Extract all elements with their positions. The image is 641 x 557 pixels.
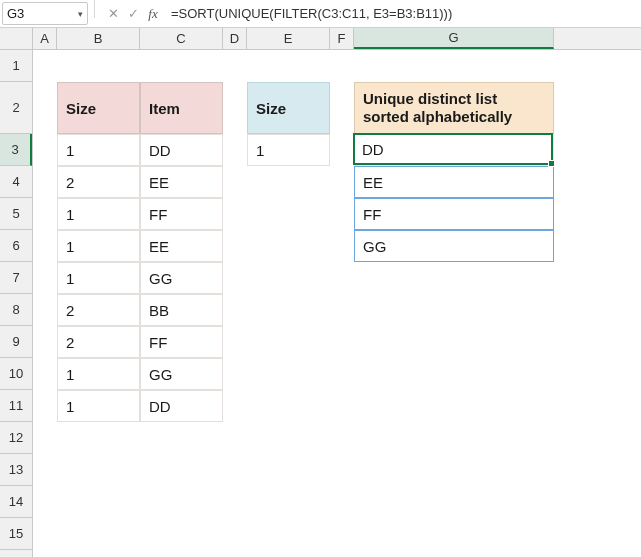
col-header-G[interactable]: G [354, 28, 554, 49]
formula-bar: G3 ▾ ✕ ✓ fx =SORT(UNIQUE(FILTER(C3:C11, … [0, 0, 641, 28]
col-header-E[interactable]: E [247, 28, 330, 49]
row-header-12[interactable]: 12 [0, 422, 32, 454]
col-header-C[interactable]: C [140, 28, 223, 49]
cell-G6[interactable]: GG [354, 230, 554, 262]
cell-C11[interactable]: DD [140, 390, 223, 422]
row-header-6[interactable]: 6 [0, 230, 32, 262]
cell-G5[interactable]: FF [354, 198, 554, 230]
row-header-9[interactable]: 9 [0, 326, 32, 358]
cell-B10[interactable]: 1 [57, 358, 140, 390]
cell-B11[interactable]: 1 [57, 390, 140, 422]
separator [94, 0, 95, 18]
header-item[interactable]: Item [140, 82, 223, 134]
cell-B3[interactable]: 1 [57, 134, 140, 166]
spreadsheet-app: G3 ▾ ✕ ✓ fx =SORT(UNIQUE(FILTER(C3:C11, … [0, 0, 641, 557]
cell-C7[interactable]: GG [140, 262, 223, 294]
formula-controls: ✕ ✓ fx [101, 0, 165, 27]
header-size-b[interactable]: Size [57, 82, 140, 134]
name-box-value: G3 [7, 6, 24, 21]
row-headers: 12345678910111213141516 [0, 50, 33, 557]
cell-G3[interactable]: DD [354, 134, 554, 166]
cell-C9[interactable]: FF [140, 326, 223, 358]
cell-B6[interactable]: 1 [57, 230, 140, 262]
cell-B9[interactable]: 2 [57, 326, 140, 358]
cell-C5[interactable]: FF [140, 198, 223, 230]
row-header-7[interactable]: 7 [0, 262, 32, 294]
column-headers: ABCDEFG [33, 28, 641, 50]
col-header-D[interactable]: D [223, 28, 247, 49]
cell-C4[interactable]: EE [140, 166, 223, 198]
cell-B5[interactable]: 1 [57, 198, 140, 230]
select-all-corner[interactable] [0, 28, 33, 50]
cell-C6[interactable]: EE [140, 230, 223, 262]
cell-B8[interactable]: 2 [57, 294, 140, 326]
row-header-15[interactable]: 15 [0, 518, 32, 550]
row-header-16[interactable]: 16 [0, 550, 32, 557]
row-header-5[interactable]: 5 [0, 198, 32, 230]
row-header-4[interactable]: 4 [0, 166, 32, 198]
row-header-10[interactable]: 10 [0, 358, 32, 390]
fx-icon[interactable]: fx [143, 3, 163, 25]
cell-G4[interactable]: EE [354, 166, 554, 198]
chevron-down-icon[interactable]: ▾ [78, 9, 83, 19]
cell-C3[interactable]: DD [140, 134, 223, 166]
col-header-A[interactable]: A [33, 28, 57, 49]
formula-input[interactable]: =SORT(UNIQUE(FILTER(C3:C11, E3=B3:B11))) [165, 0, 641, 27]
col-header-B[interactable]: B [57, 28, 140, 49]
row-header-2[interactable]: 2 [0, 82, 32, 134]
row-header-1[interactable]: 1 [0, 50, 32, 82]
row-header-8[interactable]: 8 [0, 294, 32, 326]
header-size-e[interactable]: Size [247, 82, 330, 134]
cancel-icon[interactable]: ✕ [103, 3, 123, 25]
formula-text: =SORT(UNIQUE(FILTER(C3:C11, E3=B3:B11))) [171, 6, 452, 21]
grid: ABCDEFG 12345678910111213141516 SizeItem… [0, 28, 641, 557]
col-header-F[interactable]: F [330, 28, 354, 49]
row-header-13[interactable]: 13 [0, 454, 32, 486]
row-header-14[interactable]: 14 [0, 486, 32, 518]
header-unique[interactable]: Unique distinct list sorted alphabetical… [354, 82, 554, 134]
cell-E3[interactable]: 1 [247, 134, 330, 166]
confirm-icon[interactable]: ✓ [123, 3, 143, 25]
row-header-11[interactable]: 11 [0, 390, 32, 422]
cell-B4[interactable]: 2 [57, 166, 140, 198]
name-box[interactable]: G3 ▾ [2, 2, 88, 25]
cell-B7[interactable]: 1 [57, 262, 140, 294]
cells-area[interactable]: SizeItemSizeUnique distinct list sorted … [33, 50, 641, 557]
cell-C8[interactable]: BB [140, 294, 223, 326]
cell-C10[interactable]: GG [140, 358, 223, 390]
row-header-3[interactable]: 3 [0, 134, 32, 166]
